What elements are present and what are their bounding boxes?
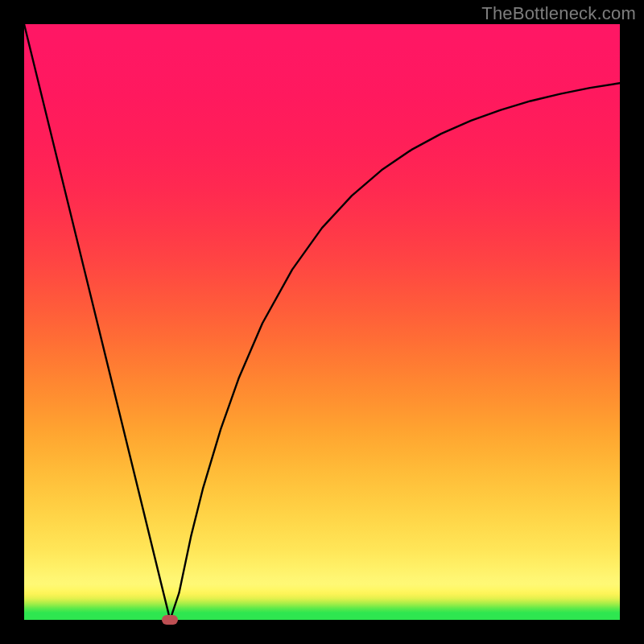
chart-frame: TheBottleneck.com	[0, 0, 644, 644]
watermark-text: TheBottleneck.com	[481, 3, 636, 24]
optimal-point-marker	[162, 615, 178, 625]
curve-svg	[24, 24, 620, 620]
bottleneck-curve	[24, 24, 620, 620]
plot-area	[24, 24, 620, 620]
